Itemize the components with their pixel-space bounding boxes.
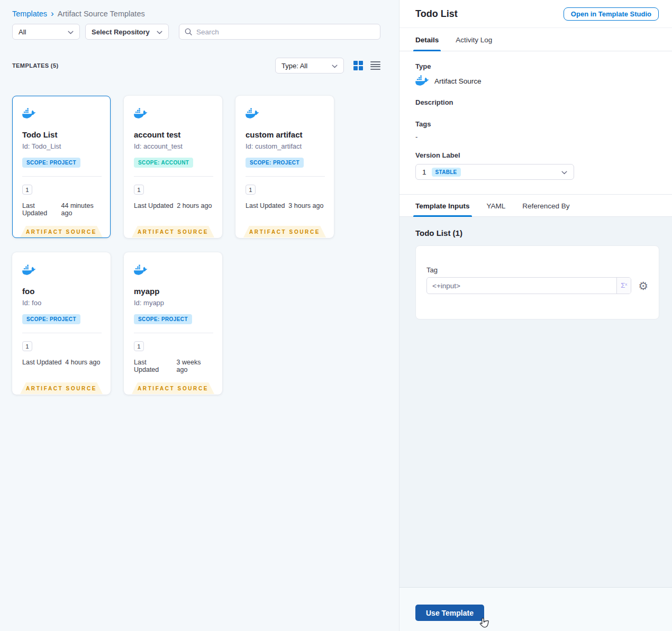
- last-updated-label: Last Updated: [134, 359, 173, 373]
- tab-details[interactable]: Details: [415, 28, 439, 51]
- tab-yaml[interactable]: YAML: [487, 195, 506, 216]
- sigma-sup: x: [625, 282, 627, 287]
- description-label: Description: [415, 98, 656, 106]
- scope-filter-value: All: [19, 28, 26, 36]
- template-card-id: Id: myapp: [134, 299, 213, 307]
- repository-filter-dropdown[interactable]: Select Repository: [85, 24, 169, 40]
- template-card-id: Id: foo: [22, 299, 102, 307]
- repository-filter-value: Select Repository: [92, 28, 150, 36]
- breadcrumb-chevron-icon: ›: [51, 10, 54, 17]
- last-updated-row: Last Updated 4 hours ago: [22, 359, 102, 366]
- type-filter-value: Type: All: [281, 62, 307, 70]
- template-card-title: account test: [134, 130, 213, 139]
- list-view-icon[interactable]: [370, 61, 380, 70]
- use-template-button[interactable]: Use Template: [415, 605, 484, 621]
- scope-badge: SCOPE: PROJECT: [134, 314, 192, 324]
- last-updated-row: Last Updated 2 hours ago: [134, 202, 213, 209]
- template-card[interactable]: myapp Id: myapp SCOPE: PROJECT 1 Last Up…: [124, 252, 222, 395]
- version-count-badge: 1: [134, 185, 144, 195]
- version-count-badge: 1: [22, 185, 32, 195]
- version-count-badge: 1: [22, 341, 32, 351]
- template-card[interactable]: account test Id: account_test SCOPE: ACC…: [124, 96, 222, 238]
- artifact-source-ribbon: ARTIFACT SOURCE: [132, 226, 214, 237]
- docker-icon: [134, 268, 148, 277]
- type-value: Artifact Source: [434, 77, 482, 85]
- last-updated-label: Last Updated: [134, 202, 173, 209]
- templates-grid: Todo List Id: Todo_List SCOPE: PROJECT 1…: [12, 96, 380, 395]
- inputs-heading: Todo List (1): [415, 228, 659, 237]
- grid-view-icon[interactable]: [353, 61, 363, 70]
- last-updated-row: Last Updated 44 minutes ago: [22, 202, 102, 217]
- card-divider: [246, 176, 325, 177]
- details-footer: Use Template: [399, 587, 672, 631]
- last-updated-label: Last Updated: [246, 202, 285, 209]
- templates-list-panel: Templates › Artifact Source Templates Al…: [0, 0, 399, 631]
- chevron-down-icon: [328, 62, 338, 70]
- last-updated-label: Last Updated: [22, 359, 61, 366]
- last-updated-value: 44 minutes ago: [61, 202, 102, 217]
- gear-icon[interactable]: ⚙: [638, 280, 648, 291]
- docker-icon: [22, 268, 36, 277]
- breadcrumb-current: Artifact Source Templates: [58, 10, 145, 18]
- tag-input-wrap: Σx: [426, 277, 631, 294]
- docker-icon: [22, 111, 36, 120]
- scope-badge: SCOPE: PROJECT: [22, 314, 80, 324]
- tags-label: Tags: [415, 120, 656, 128]
- template-card-id: Id: custom_artifact: [246, 142, 325, 150]
- template-card-title: custom artifact: [246, 130, 325, 139]
- expression-input-icon[interactable]: Σx: [616, 278, 631, 294]
- tag-input[interactable]: [427, 278, 616, 294]
- inputs-tabs: Template Inputs YAML Referenced By: [399, 195, 672, 217]
- tag-label: Tag: [426, 266, 648, 274]
- artifact-source-ribbon: ARTIFACT SOURCE: [243, 226, 326, 237]
- tab-template-inputs[interactable]: Template Inputs: [415, 195, 470, 216]
- chevron-down-icon: [152, 28, 162, 36]
- last-updated-label: Last Updated: [22, 202, 58, 217]
- docker-icon: [415, 75, 429, 87]
- card-divider: [134, 176, 213, 177]
- search-icon: [185, 28, 192, 35]
- last-updated-value: 4 hours ago: [65, 359, 100, 366]
- search-input[interactable]: [196, 28, 375, 36]
- template-card-title: myapp: [134, 287, 213, 296]
- templates-count-label: TEMPLATES (5): [12, 62, 59, 69]
- type-filter-dropdown[interactable]: Type: All: [275, 58, 344, 74]
- search-box[interactable]: [179, 24, 380, 40]
- last-updated-row: Last Updated 3 hours ago: [246, 202, 325, 209]
- tag-input-row: Σx ⚙: [426, 277, 648, 294]
- inputs-card: Tag Σx ⚙: [415, 245, 659, 319]
- template-card[interactable]: custom artifact Id: custom_artifact SCOP…: [235, 96, 334, 238]
- tab-referenced-by[interactable]: Referenced By: [522, 195, 569, 216]
- last-updated-value: 2 hours ago: [177, 202, 212, 209]
- chevron-down-icon: [63, 28, 74, 36]
- tab-activity-log[interactable]: Activity Log: [456, 28, 492, 51]
- stable-badge: STABLE: [432, 168, 461, 177]
- template-details-panel: Todo List Open in Template Studio Detail…: [399, 0, 672, 631]
- template-card[interactable]: foo Id: foo SCOPE: PROJECT 1 Last Update…: [12, 252, 111, 395]
- template-card-title: foo: [22, 287, 102, 296]
- last-updated-value: 3 weeks ago: [177, 359, 213, 373]
- scope-badge: SCOPE: ACCOUNT: [134, 158, 193, 168]
- scope-filter-dropdown[interactable]: All: [12, 24, 80, 40]
- template-inputs-body: Todo List (1) Tag Σx ⚙: [399, 217, 672, 587]
- template-card[interactable]: Todo List Id: Todo_List SCOPE: PROJECT 1…: [12, 96, 111, 238]
- chevron-down-icon: [557, 167, 567, 177]
- sigma-symbol: Σ: [621, 281, 625, 289]
- version-label: Version Label: [415, 151, 656, 159]
- version-select[interactable]: 1 STABLE: [415, 164, 574, 180]
- details-tabs: Details Activity Log: [399, 28, 672, 51]
- view-toggles: [353, 61, 380, 70]
- docker-icon: [246, 111, 259, 120]
- filter-row: All Select Repository: [12, 24, 380, 40]
- last-updated-value: 3 hours ago: [288, 202, 323, 209]
- docker-icon: [134, 111, 148, 120]
- version-number: 1: [422, 168, 426, 176]
- breadcrumb-templates-link[interactable]: Templates: [12, 10, 47, 18]
- card-divider: [22, 176, 102, 177]
- open-in-template-studio-button[interactable]: Open in Template Studio: [564, 7, 659, 21]
- last-updated-row: Last Updated 3 weeks ago: [134, 359, 213, 373]
- scope-badge: SCOPE: PROJECT: [246, 158, 304, 168]
- details-header: Todo List Open in Template Studio: [399, 0, 672, 28]
- template-card-title: Todo List: [22, 130, 102, 139]
- version-count-badge: 1: [246, 185, 256, 195]
